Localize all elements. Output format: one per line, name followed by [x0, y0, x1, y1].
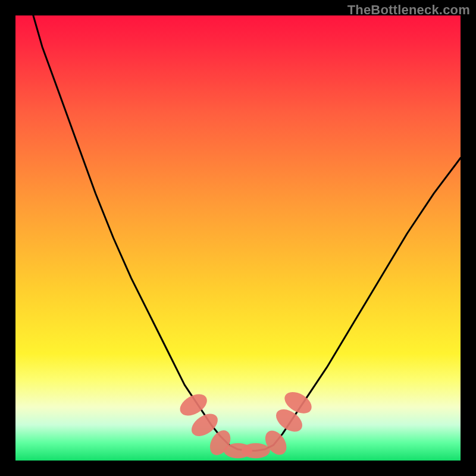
chart-svg: [15, 15, 461, 461]
valley-marker: [242, 443, 270, 458]
chart-frame: TheBottleneck.com: [0, 0, 476, 476]
plot-area: [15, 15, 461, 461]
marker-group: [176, 387, 315, 459]
curve-path: [33, 15, 461, 451]
